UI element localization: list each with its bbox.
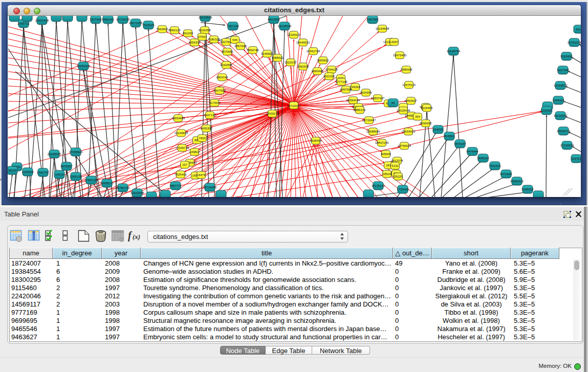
- svg-text:7515526: 7515526: [142, 24, 155, 27]
- svg-text:16154838: 16154838: [376, 27, 389, 30]
- svg-text:15716485: 15716485: [203, 186, 217, 189]
- svg-text:17016504: 17016504: [560, 144, 574, 147]
- svg-text:9474444: 9474444: [466, 150, 478, 153]
- svg-text:908406: 908406: [381, 152, 391, 156]
- svg-text:9227349: 9227349: [557, 69, 569, 72]
- svg-text:20364436: 20364436: [346, 99, 360, 102]
- svg-text:19654923: 19654923: [402, 130, 416, 133]
- svg-text:2055712: 2055712: [17, 22, 30, 25]
- svg-text:1112: 1112: [576, 28, 581, 31]
- svg-text:10654112: 10654112: [510, 180, 524, 183]
- svg-text:12975115: 12975115: [402, 83, 416, 86]
- svg-text:19166825: 19166825: [175, 132, 188, 135]
- svg-text:1435359: 1435359: [200, 127, 212, 130]
- svg-text:10719155: 10719155: [116, 18, 130, 21]
- svg-text:39154: 39154: [8, 169, 17, 172]
- svg-text:17957223: 17957223: [84, 179, 98, 182]
- svg-text:116753: 116753: [571, 157, 581, 160]
- svg-text:8226058: 8226058: [199, 29, 211, 32]
- svg-text:19654983: 19654983: [171, 117, 185, 120]
- svg-text:8813054: 8813054: [268, 18, 280, 21]
- svg-text:10025438: 10025438: [397, 109, 410, 112]
- svg-text:2803144: 2803144: [216, 76, 228, 79]
- svg-text:1362615: 1362615: [297, 65, 309, 68]
- svg-text:16961758: 16961758: [307, 50, 320, 53]
- svg-text:20691406: 20691406: [35, 19, 49, 22]
- svg-text:18807249: 18807249: [375, 141, 389, 144]
- svg-text:1938454: 1938454: [310, 139, 322, 142]
- svg-text:1322037: 1322037: [285, 61, 297, 64]
- svg-text:18300275: 18300275: [266, 112, 279, 115]
- svg-text:3624554: 3624554: [360, 91, 372, 94]
- svg-text:27503: 27503: [198, 35, 207, 38]
- svg-text:17046738: 17046738: [176, 146, 189, 149]
- svg-text:9146821: 9146821: [261, 52, 273, 55]
- svg-text:8471626: 8471626: [500, 172, 512, 176]
- svg-text:9657771: 9657771: [169, 184, 182, 187]
- svg-text:6966160: 6966160: [102, 18, 114, 21]
- svg-text:1244415: 1244415: [552, 99, 564, 102]
- svg-text:1654338: 1654338: [188, 41, 201, 44]
- svg-text:16671355: 16671355: [129, 21, 143, 25]
- svg-text:10958137: 10958137: [100, 182, 114, 185]
- svg-text:14479: 14479: [197, 173, 206, 177]
- svg-text:20206535: 20206535: [48, 152, 61, 156]
- svg-text:1621022: 1621022: [323, 75, 335, 78]
- svg-text:18524: 18524: [383, 172, 391, 176]
- svg-text:60: 60: [391, 101, 395, 104]
- svg-text:6497568: 6497568: [340, 88, 352, 91]
- svg-text:19218506: 19218506: [278, 25, 292, 28]
- svg-text:2505135: 2505135: [70, 175, 82, 178]
- svg-text:10688609: 10688609: [366, 130, 380, 133]
- svg-text:12093873: 12093873: [554, 84, 568, 87]
- svg-text:149822: 149822: [189, 150, 200, 154]
- svg-text:9699695: 9699695: [420, 122, 432, 125]
- svg-text:7955812: 7955812: [317, 59, 329, 62]
- svg-text:16782759: 16782759: [116, 186, 130, 189]
- svg-text:7663822: 7663822: [156, 28, 168, 31]
- svg-text:9329966: 9329966: [560, 55, 573, 58]
- svg-text:1990448: 1990448: [311, 70, 323, 73]
- svg-text:3215953: 3215953: [540, 109, 553, 112]
- svg-text:10807487: 10807487: [371, 97, 385, 100]
- svg-text:1156829: 1156829: [22, 170, 34, 173]
- svg-text:8186328: 8186328: [208, 38, 220, 41]
- svg-text:16648784: 16648784: [447, 50, 461, 53]
- svg-text:8660123: 8660123: [168, 29, 181, 32]
- svg-text:1588520: 1588520: [271, 56, 284, 59]
- svg-text:7833: 7833: [199, 137, 206, 140]
- svg-text:9975857: 9975857: [60, 165, 73, 168]
- svg-text:417004: 417004: [209, 101, 220, 104]
- svg-text:2942737: 2942737: [37, 171, 49, 174]
- svg-text:20053346: 20053346: [77, 64, 91, 68]
- svg-text:5132: 5132: [391, 164, 399, 167]
- svg-text:3267130: 3267130: [204, 114, 216, 117]
- svg-text:10973493: 10973493: [393, 54, 407, 57]
- svg-text:2087682: 2087682: [366, 18, 379, 21]
- svg-text:1733426: 1733426: [397, 188, 409, 191]
- svg-text:6879197: 6879197: [454, 142, 466, 145]
- svg-text:15720407: 15720407: [362, 119, 376, 122]
- svg-text:16210643: 16210643: [554, 114, 568, 117]
- svg-text:12923448: 12923448: [130, 191, 144, 194]
- svg-text:25225: 25225: [394, 175, 403, 178]
- svg-text:f: f: [128, 230, 133, 242]
- svg-text:546: 546: [232, 38, 238, 41]
- svg-text:7485063: 7485063: [400, 68, 412, 71]
- svg-text:15751074: 15751074: [568, 41, 581, 44]
- svg-text:16640910: 16640910: [296, 41, 310, 44]
- svg-text:7357234: 7357234: [227, 25, 239, 28]
- svg-text:15692971: 15692971: [557, 129, 571, 133]
- svg-text:9242848: 9242848: [220, 63, 232, 67]
- svg-text:2935114: 2935114: [477, 157, 490, 160]
- svg-text:2867608: 2867608: [234, 45, 247, 48]
- svg-text:9777169: 9777169: [335, 80, 347, 83]
- svg-text:6794028: 6794028: [325, 68, 338, 71]
- svg-text:891295: 891295: [183, 32, 193, 35]
- svg-text:157: 157: [182, 163, 188, 166]
- svg-text:394: 394: [415, 115, 421, 118]
- svg-text:893892: 893892: [444, 135, 455, 138]
- svg-text:9463627: 9463627: [405, 99, 417, 102]
- svg-text:9245652: 9245652: [521, 188, 534, 191]
- svg-text:(x): (x): [133, 233, 140, 240]
